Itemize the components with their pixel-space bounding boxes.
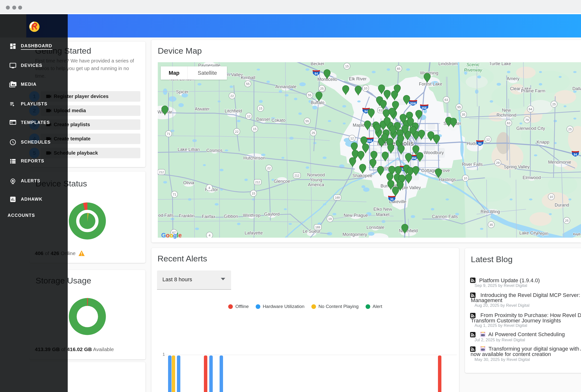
svg-text:Spicer: Spicer (176, 89, 188, 94)
svg-text:Elmwood: Elmwood (522, 175, 541, 180)
svg-text:Shakopee: Shakopee (352, 173, 372, 178)
svg-text:Montgomery: Montgomery (342, 232, 367, 237)
svg-text:Pepin: Pepin (537, 231, 548, 236)
svg-text:Cokato: Cokato (271, 118, 285, 123)
svg-text:Prairie Farm: Prairie Farm (521, 88, 545, 93)
svg-text:Lonsdale: Lonsdale (366, 225, 384, 230)
svg-text:Lafayette: Lafayette (244, 230, 263, 235)
svg-text:63: 63 (444, 98, 448, 102)
svg-text:25: 25 (312, 131, 315, 135)
svg-text:Glenwood City: Glenwood City (516, 126, 545, 131)
svg-text:Kimball: Kimball (241, 75, 255, 80)
svg-text:55: 55 (308, 93, 311, 97)
svg-text:15: 15 (253, 127, 256, 131)
svg-text:79: 79 (525, 118, 529, 122)
svg-text:Durand: Durand (554, 202, 569, 207)
svg-text:Hastings: Hastings (439, 177, 456, 182)
svg-text:63: 63 (507, 121, 510, 125)
svg-text:212: 212 (159, 171, 164, 174)
svg-text:169: 169 (315, 226, 320, 229)
svg-text:35E: 35E (422, 106, 427, 110)
svg-text:4: 4 (208, 233, 210, 237)
svg-text:Amery: Amery (507, 76, 520, 81)
svg-text:55: 55 (246, 82, 250, 86)
svg-text:Norwood: Norwood (307, 173, 325, 177)
svg-text:65: 65 (397, 67, 400, 71)
svg-text:Dassel: Dassel (256, 117, 270, 122)
svg-text:22: 22 (235, 130, 238, 134)
svg-text:55: 55 (306, 119, 309, 123)
svg-text:Market: Market (376, 212, 390, 217)
svg-text:Dallas: Dallas (572, 86, 581, 91)
svg-text:Red Wing: Red Wing (480, 209, 500, 214)
svg-text:Elk River: Elk River (349, 76, 366, 81)
svg-text:Winthrop: Winthrop (243, 213, 260, 218)
svg-text:Young: Young (310, 177, 322, 182)
svg-text:22: 22 (230, 94, 234, 98)
svg-text:Northfield: Northfield (399, 228, 418, 233)
svg-text:95: 95 (457, 105, 461, 109)
svg-text:Richmond: Richmond (496, 113, 516, 118)
svg-text:35: 35 (462, 113, 465, 116)
svg-text:Annandale: Annandale (275, 84, 296, 89)
svg-text:35W: 35W (410, 102, 416, 105)
svg-text:Keyb: Keyb (573, 232, 580, 236)
svg-text:10: 10 (550, 195, 553, 199)
svg-text:en Valley: en Valley (225, 72, 243, 77)
svg-text:4: 4 (208, 186, 210, 190)
svg-text:94: 94 (314, 72, 318, 75)
svg-text:64: 64 (529, 107, 532, 111)
svg-text:12: 12 (350, 137, 354, 140)
svg-text:Scenic: Scenic (466, 62, 480, 67)
svg-text:od Falls: od Falls (158, 213, 174, 218)
svg-text:New Prague: New Prague (344, 213, 368, 218)
svg-text:Turtle Lake: Turtle Lake (489, 62, 511, 66)
svg-text:Menomonie: Menomonie (548, 160, 571, 165)
svg-text:Spring Valley: Spring Valley (504, 164, 530, 169)
svg-text:169: 169 (335, 196, 340, 199)
svg-text:Lindstrom: Lindstrom (438, 62, 458, 66)
svg-text:212: 212 (294, 174, 299, 177)
svg-text:Atwater: Atwater (194, 107, 210, 111)
svg-text:America: America (308, 182, 324, 187)
svg-text:494: 494 (412, 157, 416, 160)
svg-text:94: 94 (478, 142, 482, 146)
svg-text:15: 15 (252, 192, 255, 195)
svg-text:Elko New: Elko New (374, 207, 392, 212)
svg-text:Lake Lillian: Lake Lillian (178, 147, 200, 152)
svg-text:Litchfield: Litchfield (224, 109, 242, 113)
svg-text:25: 25 (565, 219, 568, 222)
svg-text:Gaylord: Gaylord (264, 212, 280, 216)
svg-text:River Falls: River Falls (462, 162, 482, 167)
svg-text:Buffalo: Buffalo (310, 100, 324, 105)
svg-text:Cosmos: Cosmos (206, 148, 222, 153)
svg-text:10: 10 (364, 86, 367, 90)
svg-text:494: 494 (367, 139, 372, 143)
svg-text:Franklin: Franklin (179, 213, 194, 218)
svg-text:22: 22 (267, 166, 271, 170)
svg-text:Gibbon: Gibbon (224, 214, 238, 219)
svg-text:Woodbury: Woodbury (424, 150, 444, 155)
svg-text:212: 212 (255, 181, 260, 184)
svg-text:Glencoe: Glencoe (274, 179, 290, 184)
svg-text:15: 15 (259, 107, 262, 110)
svg-text:Lake City: Lake City (519, 230, 538, 235)
svg-text:15: 15 (345, 64, 349, 68)
svg-text:Becker: Becker (310, 62, 324, 66)
svg-text:94: 94 (364, 110, 368, 113)
svg-text:New: New (502, 108, 511, 113)
svg-text:71: 71 (167, 132, 170, 136)
svg-text:25: 25 (568, 127, 572, 131)
svg-text:19: 19 (328, 217, 332, 221)
svg-text:Fairfax: Fairfax (202, 214, 215, 219)
svg-text:29: 29 (496, 161, 500, 165)
svg-text:94: 94 (574, 153, 577, 156)
svg-text:12: 12 (486, 138, 490, 141)
svg-text:25: 25 (320, 87, 324, 90)
svg-text:71: 71 (173, 193, 176, 196)
svg-text:Cannon Falls: Cannon Falls (432, 214, 458, 219)
svg-text:Olivia: Olivia (183, 180, 194, 185)
svg-text:Knapp: Knapp (536, 140, 549, 145)
svg-text:Hutchinson: Hutchinson (244, 156, 266, 161)
svg-text:Riverway: Riverway (464, 68, 482, 72)
